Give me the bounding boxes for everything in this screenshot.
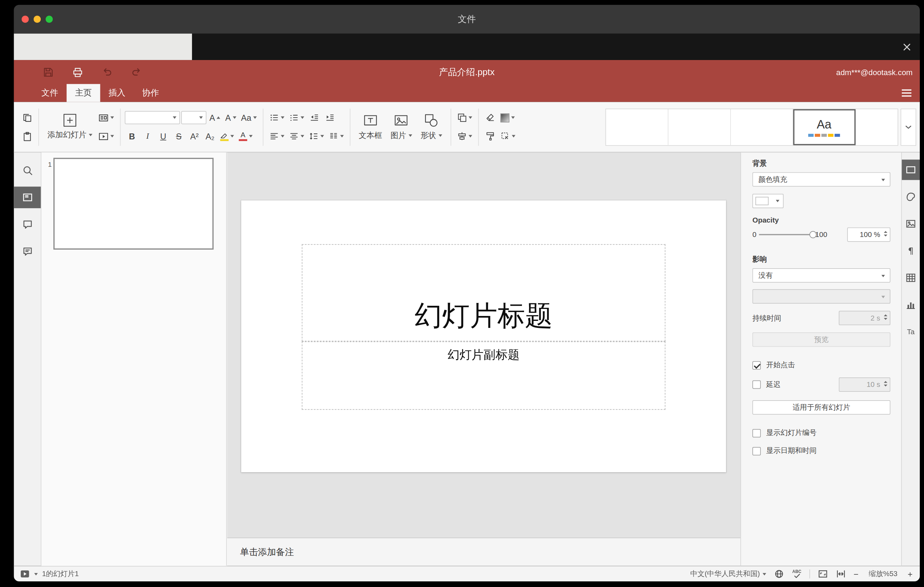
save-button[interactable] [41,65,55,79]
delay-checkbox[interactable] [752,381,761,389]
superscript-button[interactable]: A² [187,129,201,143]
textart-settings-button[interactable]: Ta [902,322,920,342]
search-panel-button[interactable] [14,160,41,181]
start-slideshow-button[interactable] [97,129,116,143]
bold-button[interactable]: B [125,129,139,143]
columns-button[interactable] [327,129,345,143]
italic-button[interactable]: I [140,129,155,143]
effect-select[interactable]: 没有 [752,268,890,283]
preview-button[interactable]: 预览 [752,333,890,347]
slides-panel-button[interactable] [14,187,41,209]
opacity-slider[interactable] [759,234,813,235]
bullets-button[interactable] [267,110,286,125]
view-settings-button[interactable] [902,89,911,97]
paragraph-settings-button[interactable]: ¶ [902,241,920,261]
paste-button[interactable] [20,129,34,143]
document-language-button[interactable] [774,567,785,581]
increase-indent-button[interactable] [323,110,337,125]
theme-slot[interactable] [606,109,668,145]
add-slide-button[interactable]: 添加幻灯片 [43,108,97,146]
copy-style-button[interactable] [483,129,497,143]
spell-check-button[interactable]: ABC [792,567,802,581]
fit-to-slide-button[interactable] [818,567,828,581]
slide-settings-button[interactable] [902,160,920,180]
tab-insert[interactable]: 插入 [100,84,134,102]
opacity-slider-knob[interactable] [809,231,817,238]
chat-panel-button[interactable] [14,241,41,262]
font-color-button[interactable]: A [237,129,254,143]
close-editor-button[interactable] [900,40,914,54]
shape-settings-button[interactable] [902,187,920,207]
slide-subtitle-placeholder[interactable]: 幻灯片副标题 [302,341,666,410]
insert-shape-button[interactable]: 形状 [416,108,446,146]
table-settings-button[interactable] [902,267,920,288]
minimize-window-button[interactable] [34,15,41,23]
zoom-in-button[interactable]: + [908,567,913,581]
select-tool-button[interactable] [498,129,517,143]
theme-slot[interactable] [856,109,898,145]
background-color-select[interactable] [752,194,784,208]
arrange-shape-button[interactable] [455,110,474,125]
tab-home[interactable]: 主页 [67,84,101,102]
line-spacing-button[interactable] [307,129,326,143]
slide-canvas-area[interactable]: 幻灯片标题 幻灯片副标题 [227,152,741,538]
increase-font-button[interactable]: A [208,110,222,125]
underline-button[interactable]: U [156,129,170,143]
slide-canvas[interactable]: 幻灯片标题 幻灯片副标题 [241,201,726,472]
decrease-font-button[interactable]: A [223,110,238,125]
tab-collaboration[interactable]: 协作 [134,84,167,102]
language-selector[interactable]: 中文(中华人民共和国) [690,569,766,579]
copy-button[interactable] [20,110,34,125]
redo-button[interactable] [130,65,143,79]
apply-to-all-slides-button[interactable]: 适用于所有幻灯片 [752,400,890,415]
insert-textbox-button[interactable]: 文本框 [355,108,386,146]
user-account[interactable]: adm***@dootask.com [836,68,913,76]
color-scheme-button[interactable] [498,110,516,125]
opacity-spinbox[interactable]: 100 % [847,228,890,242]
zoom-out-button[interactable]: − [853,567,858,581]
strikeout-button[interactable]: S [172,129,186,143]
spin-up-icon[interactable] [884,315,887,316]
print-button[interactable] [71,65,84,79]
change-case-button[interactable]: Aa [239,110,258,125]
background-fill-select[interactable]: 颜色填充 [752,172,890,187]
fit-to-width-button[interactable] [835,567,846,581]
spin-up-icon[interactable] [884,381,887,383]
start-slideshow-status-button[interactable] [20,567,30,581]
decrease-indent-button[interactable] [307,110,322,125]
horizontal-align-button[interactable] [267,129,286,143]
theme-slot[interactable] [731,109,794,145]
font-name-select[interactable] [125,111,180,124]
start-on-click-checkbox[interactable] [752,361,761,369]
align-shape-button[interactable] [455,129,474,143]
spin-down-icon[interactable] [884,318,887,320]
vertical-align-button[interactable] [287,129,306,143]
subscript-button[interactable]: A₂ [203,129,217,143]
show-date-time-checkbox[interactable] [752,447,761,455]
close-window-button[interactable] [22,15,29,23]
font-size-select[interactable] [181,111,206,124]
slide-title-placeholder[interactable]: 幻灯片标题 [302,244,666,341]
clear-style-button[interactable] [483,110,497,125]
effect-type-select[interactable] [752,289,890,304]
duration-spinbox[interactable]: 2 s [839,311,890,325]
comments-panel-button[interactable] [14,213,41,235]
notes-area[interactable]: 单击添加备注 [227,538,741,566]
spin-down-icon[interactable] [884,234,887,236]
numbering-button[interactable] [287,110,306,125]
chart-settings-button[interactable] [902,295,920,315]
slide-thumbnail[interactable] [53,158,213,249]
tab-file[interactable]: 文件 [33,84,67,102]
theme-slot[interactable] [668,109,731,145]
change-slide-layout-button[interactable] [97,110,116,125]
spin-up-icon[interactable] [884,231,887,233]
theme-slot-selected[interactable]: Aa [793,109,856,145]
insert-image-button[interactable]: 图片 [386,108,416,146]
show-slide-number-checkbox[interactable] [752,429,761,437]
image-settings-button[interactable] [902,213,920,234]
theme-gallery-expand-button[interactable] [901,108,916,145]
highlight-color-button[interactable] [218,129,236,143]
chevron-down-icon[interactable] [34,572,38,575]
spin-down-icon[interactable] [884,385,887,386]
zoom-window-button[interactable] [46,15,53,23]
